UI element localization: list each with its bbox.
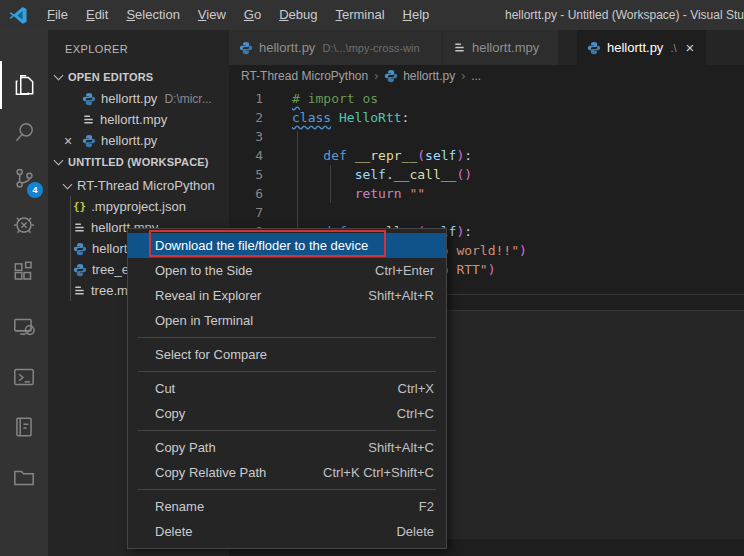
line-number: 5 [229, 165, 263, 184]
context-menu-item[interactable]: Open in Terminal [128, 308, 446, 333]
menu-item-shortcut: Shift+Alt+R [368, 288, 434, 303]
activity-notebook-icon[interactable] [0, 405, 48, 449]
terminal-icon [11, 364, 37, 390]
open-editor-item[interactable]: ×hellortt.py [48, 130, 229, 151]
menu-item-label: Copy Relative Path [155, 465, 266, 480]
line-number: 6 [229, 184, 263, 203]
open-editor-item[interactable]: hellortt.pyD:\micr... [48, 88, 229, 109]
menu-file[interactable]: File [38, 0, 77, 30]
activity-search-icon[interactable] [0, 110, 48, 154]
menu-item-label: Reveal in Explorer [155, 288, 261, 303]
close-icon[interactable]: × [64, 134, 78, 148]
context-menu-item[interactable]: CutCtrl+X [128, 376, 446, 401]
tab-bar: hellortt.pyD:\...\mpy-cross-winhellortt.… [229, 30, 744, 65]
context-menu-item[interactable]: Select for Compare [128, 342, 446, 367]
menu-edit[interactable]: Edit [77, 0, 117, 30]
menu-divider [138, 430, 436, 431]
activity-extensions-icon[interactable] [0, 250, 48, 294]
title-bar: FileEditSelectionViewGoDebugTerminalHelp… [0, 0, 744, 30]
mpy-list-icon [82, 113, 95, 126]
editor-tab[interactable]: hellortt.py.\× [577, 30, 707, 65]
context-menu-item[interactable]: DeleteDelete [128, 519, 446, 544]
menu-debug[interactable]: Debug [270, 0, 326, 30]
tree-item-label: RT-Thread MicroPython [77, 178, 215, 193]
activity-debug-icon[interactable] [0, 202, 48, 246]
context-menu-item[interactable]: CopyCtrl+C [128, 401, 446, 426]
open-editors-list: hellortt.pyD:\micr...hellortt.mpy×hellor… [48, 88, 229, 151]
file-path-detail: D:\micr... [164, 92, 211, 106]
context-menu-item[interactable]: Reveal in ExplorerShift+Alt+R [128, 283, 446, 308]
code-line: 4 def __repr__(self): [229, 146, 744, 165]
breadcrumb-item[interactable]: ... [471, 69, 481, 83]
tree-item-label: .mpyproject.json [91, 199, 186, 214]
open-editor-item[interactable]: hellortt.mpy [48, 109, 229, 130]
tree-item-file[interactable]: {}.mpyproject.json [48, 196, 229, 217]
activity-source-control-icon[interactable]: 4 [0, 156, 48, 200]
tab-label: hellortt.py [259, 40, 315, 55]
context-menu-item[interactable]: Copy Relative PathCtrl+K Ctrl+Shift+C [128, 460, 446, 485]
line-number: 3 [229, 127, 263, 146]
chevron-down-icon [54, 71, 64, 81]
breadcrumb-item[interactable]: hellortt.py [403, 69, 455, 83]
activity-bar: 4 [0, 30, 48, 556]
menu-item-shortcut: Ctrl+X [398, 381, 434, 396]
breadcrumb[interactable]: RT-Thread MicroPython›hellortt.py›... [229, 65, 744, 87]
tab-path-detail: .\ [670, 42, 676, 54]
vscode-window: FileEditSelectionViewGoDebugTerminalHelp… [0, 0, 744, 556]
menu-help[interactable]: Help [394, 0, 439, 30]
mpy-list-icon [453, 41, 466, 54]
menu-go[interactable]: Go [235, 0, 270, 30]
menubar: FileEditSelectionViewGoDebugTerminalHelp [38, 0, 438, 30]
menu-divider [138, 489, 436, 490]
menu-selection[interactable]: Selection [117, 0, 188, 30]
menu-divider [138, 371, 436, 372]
breadcrumb-separator: › [374, 69, 378, 83]
file-name: hellortt.py [101, 133, 157, 148]
chevron-down-icon [54, 156, 64, 166]
menu-item-shortcut: Ctrl+K Ctrl+Shift+C [323, 465, 434, 480]
menu-item-label: Download the file/floder to the device [155, 238, 368, 253]
editor-tab[interactable]: hellortt.pyD:\...\mpy-cross-win [229, 30, 443, 65]
context-menu-item[interactable]: RenameF2 [128, 494, 446, 519]
menu-divider [138, 337, 436, 338]
open-editors-header[interactable]: OPEN EDITORS [48, 66, 229, 88]
menu-view[interactable]: View [189, 0, 235, 30]
editor-tab[interactable]: hellortt.mpy [443, 30, 559, 65]
context-menu-item[interactable]: Copy PathShift+Alt+C [128, 435, 446, 460]
breadcrumb-item[interactable]: RT-Thread MicroPython [241, 69, 368, 83]
python-icon [587, 41, 601, 55]
tab-path-detail: D:\...\mpy-cross-win [322, 42, 419, 54]
close-icon[interactable]: × [686, 40, 695, 55]
file-name: hellortt.py [101, 91, 157, 106]
tree-item-folder[interactable]: RT-Thread MicroPython [48, 175, 229, 196]
context-menu: Download the file/floder to the deviceOp… [127, 228, 447, 549]
menu-item-shortcut: Delete [396, 524, 434, 539]
menu-item-label: Open to the Side [155, 263, 253, 278]
menu-item-shortcut: Ctrl+C [397, 406, 434, 421]
code-line: 7 [229, 203, 744, 222]
context-menu-item[interactable]: Open to the SideCtrl+Enter [128, 258, 446, 283]
json-icon: {} [73, 200, 86, 213]
code-line: 1# import os [229, 89, 744, 108]
tree-indent-guide [70, 196, 71, 301]
activity-terminal-icon[interactable] [0, 355, 48, 399]
tab-label: hellortt.py [607, 40, 663, 55]
indent-guide [330, 165, 331, 203]
python-icon [73, 242, 87, 256]
code-line: 3 [229, 127, 744, 146]
folder-icon [11, 464, 37, 490]
vscode-logo-icon [8, 5, 28, 25]
python-icon [384, 69, 398, 83]
context-menu-item[interactable]: Download the file/floder to the device [128, 233, 446, 258]
search-icon [11, 119, 37, 145]
activity-files-icon[interactable] [0, 63, 48, 107]
workspace-header[interactable]: UNTITLED (WORKSPACE) [48, 151, 229, 173]
menu-terminal[interactable]: Terminal [326, 0, 393, 30]
menu-item-label: Copy Path [155, 440, 216, 455]
code-line: 5 self.__call__() [229, 165, 744, 184]
activity-folder-icon[interactable] [0, 455, 48, 499]
remote-device-icon [11, 313, 37, 339]
mpy-list-icon [73, 221, 86, 234]
menu-item-shortcut: F2 [419, 499, 434, 514]
activity-remote-device-icon[interactable] [0, 304, 48, 348]
